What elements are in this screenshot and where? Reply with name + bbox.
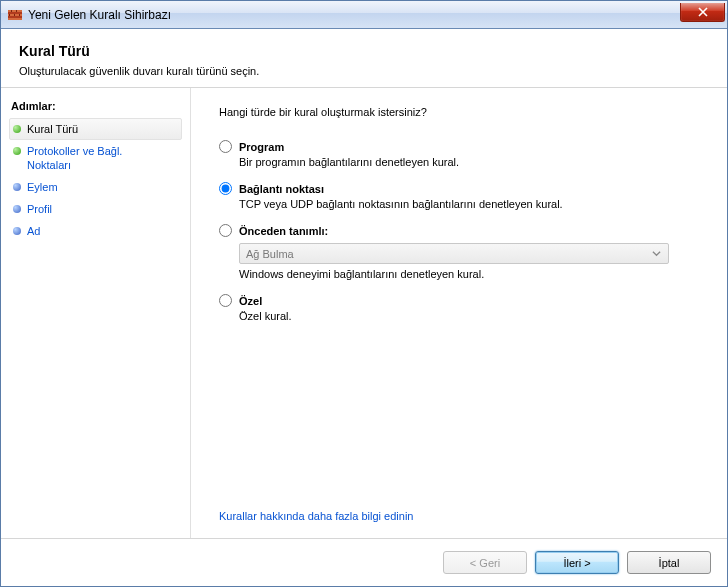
svg-rect-1 (8, 10, 22, 12)
step-label: Protokoller ve Bağl. Noktaları (27, 144, 167, 172)
steps-title: Adımlar: (9, 96, 182, 118)
step-kural-turu[interactable]: Kural Türü (9, 118, 182, 140)
step-eylem[interactable]: Eylem (9, 176, 182, 198)
wizard-header: Kural Türü Oluşturulacak güvenlik duvarı… (1, 29, 727, 87)
step-label: Ad (27, 224, 180, 238)
close-button[interactable] (680, 3, 725, 22)
learn-more: Kurallar hakkında daha fazla bilgi edini… (219, 510, 705, 528)
option-program-row[interactable]: Program (219, 140, 705, 153)
step-bullet-icon (13, 227, 21, 235)
step-ad[interactable]: Ad (9, 220, 182, 242)
option-custom-label: Özel (239, 295, 262, 307)
option-predefined-row[interactable]: Önceden tanımlı: (219, 224, 705, 237)
svg-rect-3 (8, 18, 22, 20)
option-predefined-label: Önceden tanımlı: (239, 225, 328, 237)
learn-more-link[interactable]: Kurallar hakkında daha fazla bilgi edini… (219, 510, 413, 522)
option-predefined-desc: Windows deneyimi bağlantılarını denetley… (239, 268, 705, 280)
option-program-label: Program (239, 141, 284, 153)
radio-port[interactable] (219, 182, 232, 195)
step-label: Profil (27, 202, 180, 216)
page-title: Kural Türü (19, 43, 709, 59)
option-port-row[interactable]: Bağlantı noktası (219, 182, 705, 195)
svg-rect-8 (19, 14, 20, 16)
page-subtitle: Oluşturulacak güvenlik duvarı kuralı tür… (19, 65, 709, 77)
predefined-select-value: Ağ Bulma (246, 248, 294, 260)
step-bullet-icon (13, 125, 21, 133)
back-button[interactable]: < Geri (443, 551, 527, 574)
step-profil[interactable]: Profil (9, 198, 182, 220)
wizard-body: Adımlar: Kural Türü Protokoller ve Bağl.… (1, 88, 727, 538)
close-icon (698, 7, 708, 17)
cancel-button[interactable]: İptal (627, 551, 711, 574)
radio-predefined[interactable] (219, 224, 232, 237)
option-custom: Özel Özel kural. (219, 294, 705, 322)
step-bullet-icon (13, 183, 21, 191)
option-port-desc: TCP veya UDP bağlantı noktasının bağlant… (239, 198, 705, 210)
step-label: Eylem (27, 180, 180, 194)
step-label: Kural Türü (27, 122, 180, 136)
svg-rect-4 (11, 10, 12, 12)
predefined-select[interactable]: Ağ Bulma (239, 243, 669, 264)
predefined-select-wrap: Ağ Bulma (239, 243, 669, 264)
step-bullet-icon (13, 205, 21, 213)
main-panel: Hangi türde bir kural oluşturmak istersi… (191, 88, 727, 538)
steps-list: Kural Türü Protokoller ve Bağl. Noktalar… (9, 118, 182, 242)
option-port-label: Bağlantı noktası (239, 183, 324, 195)
option-predefined: Önceden tanımlı: Ağ Bulma Windows deneyi… (219, 224, 705, 280)
option-program: Program Bir programın bağlantılarını den… (219, 140, 705, 168)
svg-rect-5 (16, 10, 17, 12)
radio-custom[interactable] (219, 294, 232, 307)
next-button[interactable]: İleri > (535, 551, 619, 574)
option-port: Bağlantı noktası TCP veya UDP bağlantı n… (219, 182, 705, 210)
chevron-down-icon (649, 246, 664, 261)
window-title: Yeni Gelen Kuralı Sihirbazı (28, 8, 680, 22)
svg-rect-6 (9, 14, 10, 16)
radio-program[interactable] (219, 140, 232, 153)
option-custom-desc: Özel kural. (239, 310, 705, 322)
wizard-window: Yeni Gelen Kuralı Sihirbazı Kural Türü O… (0, 0, 728, 587)
titlebar: Yeni Gelen Kuralı Sihirbazı (1, 1, 727, 29)
firewall-icon (7, 7, 23, 23)
svg-rect-7 (14, 14, 15, 16)
option-custom-row[interactable]: Özel (219, 294, 705, 307)
step-bullet-icon (13, 147, 21, 155)
prompt-text: Hangi türde bir kural oluşturmak istersi… (219, 106, 705, 118)
option-program-desc: Bir programın bağlantılarını denetleyen … (239, 156, 705, 168)
wizard-footer: < Geri İleri > İptal (1, 538, 727, 586)
steps-sidebar: Adımlar: Kural Türü Protokoller ve Bağl.… (1, 88, 191, 538)
step-protokoller[interactable]: Protokoller ve Bağl. Noktaları (9, 140, 182, 176)
